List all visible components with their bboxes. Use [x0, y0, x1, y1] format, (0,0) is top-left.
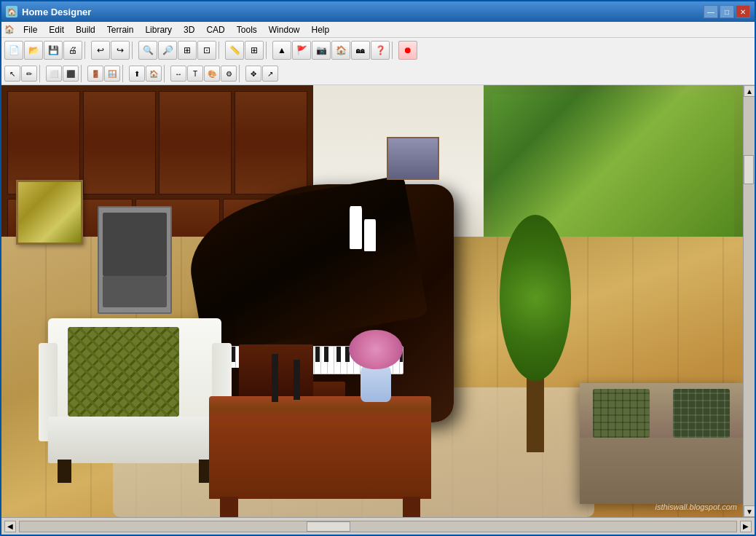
save-button[interactable]: 💾: [44, 41, 63, 60]
menu-build[interactable]: Build: [70, 23, 101, 36]
menu-file[interactable]: File: [17, 23, 43, 36]
vase-2: [364, 219, 376, 251]
coffee-table: [209, 396, 431, 517]
undo-button[interactable]: ↩: [91, 41, 110, 60]
separator-5: [392, 42, 396, 59]
room-tool-button[interactable]: ⬛: [63, 66, 79, 82]
new-icon: 📄: [9, 45, 20, 55]
tall-plant: [513, 215, 557, 452]
view3d-button[interactable]: 🏠: [331, 41, 350, 60]
move-button[interactable]: ✥: [245, 66, 261, 82]
ruler-button[interactable]: 📏: [225, 41, 244, 60]
zoom-out-button[interactable]: 🔎: [158, 41, 177, 60]
scrollbar-thumb[interactable]: [744, 155, 754, 184]
menu-library[interactable]: Library: [139, 23, 178, 36]
coffee-table-leg-1: [220, 497, 237, 517]
maximize-button[interactable]: □: [720, 5, 734, 18]
viewfp-icon: 🏘: [356, 45, 365, 55]
status-bar: ◀ ▶: [1, 517, 755, 535]
zoom-fit-button[interactable]: ⊞: [178, 41, 197, 60]
wall-tool-button[interactable]: ⬜: [46, 66, 62, 82]
redo-icon: ↪: [117, 45, 124, 55]
menu-icon: 🏠: [4, 25, 15, 34]
scroll-left-button[interactable]: ◀: [4, 521, 16, 532]
zoom-in-button[interactable]: 🔍: [138, 41, 157, 60]
separator-8: [122, 65, 127, 82]
candle-2: [294, 360, 300, 400]
h-scrollbar-thumb[interactable]: [307, 521, 350, 532]
select-icon: ↖: [9, 70, 15, 78]
white-vases: [350, 206, 379, 249]
menu-3d[interactable]: 3D: [178, 23, 200, 36]
door-tool-button[interactable]: 🚪: [87, 66, 103, 82]
separator-9: [164, 65, 168, 82]
move-icon: ✥: [251, 70, 256, 78]
coffee-table-body: [209, 420, 431, 499]
vase-flowers: [349, 330, 402, 370]
menu-window[interactable]: Window: [263, 23, 306, 36]
roof-tool-button[interactable]: 🏠: [146, 66, 162, 82]
cabinet-door-row: [7, 91, 307, 194]
ruler-icon: 📏: [229, 45, 240, 55]
menu-edit[interactable]: Edit: [43, 23, 70, 36]
record-icon: ⏺: [403, 45, 412, 55]
dimension-button[interactable]: ↔: [170, 66, 186, 82]
window-tool-button[interactable]: 🪟: [104, 66, 120, 82]
record-button[interactable]: ⏺: [398, 41, 417, 60]
arrow-up-button[interactable]: ▲: [272, 41, 291, 60]
close-button[interactable]: ✕: [736, 5, 750, 18]
help-icon: ❓: [375, 45, 386, 55]
camera-button[interactable]: 📷: [312, 41, 331, 60]
menu-terrain[interactable]: Terrain: [101, 23, 140, 36]
symbol-tool-button[interactable]: ⚙: [221, 66, 237, 82]
horizontal-scrollbar[interactable]: [19, 521, 737, 532]
help-button[interactable]: ❓: [371, 41, 390, 60]
scrollbar-track[interactable]: [744, 97, 755, 505]
separator-2: [132, 42, 136, 59]
scroll-down-button[interactable]: ▼: [744, 505, 755, 517]
stair-tool-icon: ⬆: [134, 70, 140, 78]
couch-pillow-2: [673, 389, 730, 437]
separator-7: [81, 65, 85, 82]
edit-tool-button[interactable]: ✏: [21, 66, 37, 82]
wall-picture-1: [16, 180, 83, 245]
pointer-button[interactable]: ↗: [262, 66, 278, 82]
canvas-area[interactable]: isthiswall.blogspot.com: [1, 85, 743, 517]
toolbar-row-2: ↖ ✏ ⬜ ⬛ 🚪 🪟 ⬆ 🏠 ↔ T 🎨 ⚙ ✥ ↗: [1, 63, 755, 84]
coffee-table-leg-2: [403, 497, 420, 517]
scroll-up-button[interactable]: ▲: [744, 85, 755, 97]
snap-button[interactable]: ⊞: [245, 41, 264, 60]
vase-1: [350, 206, 361, 249]
cabinet-door-3: [159, 91, 232, 194]
stair-tool-button[interactable]: ⬆: [129, 66, 145, 82]
zoom-out-icon: 🔎: [162, 45, 173, 55]
title-bar: 🏠 Home Designer — □ ✕: [1, 1, 755, 22]
vertical-scrollbar[interactable]: ▲ ▼: [743, 85, 755, 517]
wall-tool-icon: ⬜: [50, 70, 58, 78]
door-tool-icon: 🚪: [91, 70, 100, 78]
new-button[interactable]: 📄: [4, 41, 23, 60]
scroll-right-button[interactable]: ▶: [740, 521, 752, 532]
minimize-button[interactable]: —: [704, 5, 718, 18]
viewfp-button[interactable]: 🏘: [351, 41, 370, 60]
plant-trunk: [527, 369, 544, 452]
paint-tool-button[interactable]: 🎨: [204, 66, 220, 82]
cabinet-door-4: [235, 91, 307, 194]
armchair-leg-fl: [58, 460, 71, 483]
menu-tools[interactable]: Tools: [231, 23, 263, 36]
menu-cad[interactable]: CAD: [200, 23, 230, 36]
redo-button[interactable]: ↪: [111, 41, 130, 60]
text-tool-button[interactable]: T: [187, 66, 203, 82]
oven-lower: [103, 276, 167, 307]
room-tool-icon: ⬛: [66, 70, 75, 78]
flag-button[interactable]: 🚩: [292, 41, 311, 60]
arrow-up-icon: ▲: [277, 45, 286, 55]
select-button[interactable]: ↖: [4, 66, 20, 82]
armchair-pillow: [68, 327, 180, 417]
window-tool-icon: 🪟: [108, 70, 117, 78]
wall-picture-2: [387, 137, 438, 180]
print-button[interactable]: 🖨: [63, 41, 82, 60]
open-button[interactable]: 📂: [24, 41, 43, 60]
zoom-actual-button[interactable]: ⊡: [197, 41, 216, 60]
menu-help[interactable]: Help: [305, 23, 335, 36]
